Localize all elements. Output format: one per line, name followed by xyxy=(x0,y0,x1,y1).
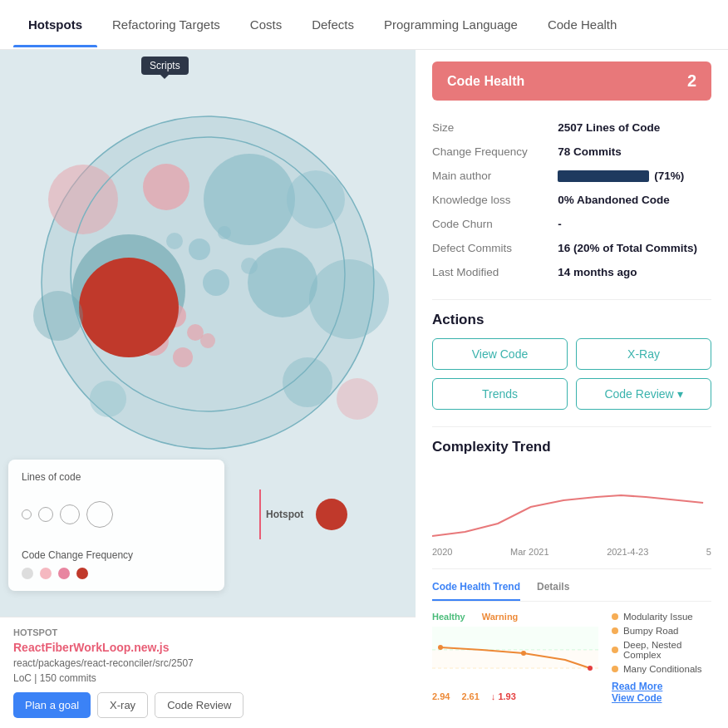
svg-point-7 xyxy=(241,258,258,274)
legend-item-label: Deep, Nested Complex xyxy=(623,640,711,660)
loc-circles: Hotspot xyxy=(22,489,211,539)
action-btn-trends[interactable]: Trends xyxy=(432,378,568,410)
bubble-chart: Scripts Lines of code Hotspot xyxy=(0,50,416,728)
health-value-row: 2.94 2.61 ↓ 1.93 xyxy=(432,691,598,701)
nav-item-programming-language[interactable]: Programming Language xyxy=(369,2,533,47)
metric-value: 16 (20% of Total Commits) xyxy=(558,236,711,260)
metric-row: Main author(71%) xyxy=(432,164,711,188)
freq-circle-3 xyxy=(58,568,70,579)
trend-tab-code-health-trend[interactable]: Code Health Trend xyxy=(432,581,520,601)
svg-point-6 xyxy=(189,239,210,260)
metric-value: 0% Abandoned Code xyxy=(558,188,711,212)
legend-item: Many Conditionals xyxy=(612,664,711,674)
divider-2 xyxy=(432,426,711,427)
nav-item-refactoring-targets[interactable]: Refactoring Targets xyxy=(97,2,235,47)
svg-point-5 xyxy=(203,269,229,296)
svg-point-8 xyxy=(166,233,183,249)
loc-circle-sm xyxy=(38,507,53,522)
metrics-table: Size2507 Lines of CodeChange Frequency78… xyxy=(432,116,711,284)
svg-point-21 xyxy=(90,381,126,417)
nav-item-code-health[interactable]: Code Health xyxy=(533,2,632,47)
legend-dot xyxy=(612,613,618,620)
legend-item-label: Many Conditionals xyxy=(623,664,702,674)
metric-value: 14 months ago xyxy=(558,260,711,284)
legend-dot xyxy=(612,627,618,634)
svg-rect-24 xyxy=(432,627,598,650)
legend-item-label: Modularity Issue xyxy=(623,612,693,622)
svg-point-13 xyxy=(173,347,193,367)
divider-1 xyxy=(432,299,711,300)
hotspot-info-label: Hotspot xyxy=(13,627,402,637)
metric-label: Size xyxy=(432,116,558,140)
code-health-header: Code Health 2 xyxy=(432,61,711,101)
plan-goal-button[interactable]: Plan a goal xyxy=(13,692,91,718)
loc-circle-xs xyxy=(22,509,32,519)
divider-3 xyxy=(432,568,711,569)
metric-label: Defect Commits xyxy=(432,236,558,260)
hotspot-file-link[interactable]: ReactFiberWorkLoop.new.js xyxy=(13,641,402,654)
nav-item-hotspots[interactable]: Hotspots xyxy=(13,2,97,47)
xray-button[interactable]: X-ray xyxy=(97,692,148,718)
hotspot-side-label: Hotspot xyxy=(266,509,303,520)
svg-point-9 xyxy=(218,226,231,239)
action-btn-x-ray[interactable]: X-Ray xyxy=(576,338,711,370)
trend-tabs: Code Health TrendDetails xyxy=(432,581,711,602)
freq-circle-4 xyxy=(76,568,88,579)
svg-point-29 xyxy=(521,651,526,656)
actions-title: Actions xyxy=(432,312,711,328)
nav-item-costs[interactable]: Costs xyxy=(235,2,297,47)
trend-tab-details[interactable]: Details xyxy=(537,581,569,601)
code-review-button[interactable]: Code Review xyxy=(155,692,243,718)
left-panel: Scripts Lines of code Hotspot xyxy=(0,50,416,728)
trend-axis-label: 5 xyxy=(706,547,711,557)
warning-label: Warning xyxy=(482,612,519,622)
legend-dot xyxy=(612,666,618,672)
tooltip-label: Scripts xyxy=(150,60,180,71)
trend-axis-label: Mar 2021 xyxy=(510,547,548,557)
freq-legend-title: Code Change Frequency xyxy=(22,549,211,561)
main-layout: Scripts Lines of code Hotspot xyxy=(0,50,728,728)
metric-row: Knowledge loss0% Abandoned Code xyxy=(432,188,711,212)
svg-point-22 xyxy=(337,378,378,420)
metric-label: Change Frequency xyxy=(432,140,558,164)
health-val-1: 2.94 xyxy=(432,691,450,701)
loc-circle-lg xyxy=(86,501,113,528)
svg-point-19 xyxy=(48,165,118,234)
hotspot-stats: LoC | 150 commits xyxy=(13,672,402,684)
hotspot-indicator-circle xyxy=(316,499,347,530)
author-bar xyxy=(558,170,649,182)
loc-circle-md xyxy=(60,504,80,524)
metric-row: Change Frequency78 Commits xyxy=(432,140,711,164)
trend-axis-label: 2021-4-23 xyxy=(607,547,648,557)
trend-axis-label: 2020 xyxy=(432,547,452,557)
legend-item: Deep, Nested Complex xyxy=(612,640,711,660)
action-btn-code-review[interactable]: Code Review ▾ xyxy=(576,378,711,410)
right-panel: Code Health 2 Size2507 Lines of CodeChan… xyxy=(416,50,728,728)
trend-axis: 2020Mar 20212021-4-235 xyxy=(432,547,711,557)
health-legend: Modularity IssueBumpy RoadDeep, Nested C… xyxy=(612,612,711,711)
freq-circle-2 xyxy=(40,568,52,579)
metric-row: Size2507 Lines of Code xyxy=(432,116,711,140)
metric-row: Code Churn- xyxy=(432,212,711,236)
metric-value: (71%) xyxy=(558,164,711,188)
code-health-score: 2 xyxy=(687,71,696,91)
health-axis-labels: Healthy Warning xyxy=(432,612,598,622)
legend-box: Lines of code Hotspot Code Change Freque… xyxy=(8,460,224,591)
metric-label: Last Modified xyxy=(432,260,558,284)
legend-item-label: Bumpy Road xyxy=(623,626,678,636)
complexity-trend-title: Complexity Trend xyxy=(432,439,711,455)
read-more-link[interactable]: Read More xyxy=(612,681,711,692)
action-btn-view-code[interactable]: View Code xyxy=(432,338,568,370)
metric-label: Code Churn xyxy=(432,212,558,236)
action-buttons: View CodeX-RayTrendsCode Review ▾ xyxy=(432,338,711,410)
navigation: HotspotsRefactoring TargetsCostsDefectsP… xyxy=(0,0,728,50)
view-code-link[interactable]: View Code xyxy=(612,692,711,704)
metric-value: - xyxy=(558,212,711,236)
svg-point-3 xyxy=(143,164,189,210)
freq-circles xyxy=(22,568,211,579)
svg-point-30 xyxy=(588,666,593,671)
nav-item-defects[interactable]: Defects xyxy=(297,2,369,47)
legend-dot xyxy=(612,647,618,653)
svg-point-15 xyxy=(79,258,179,357)
loc-legend-title: Lines of code xyxy=(22,471,211,483)
